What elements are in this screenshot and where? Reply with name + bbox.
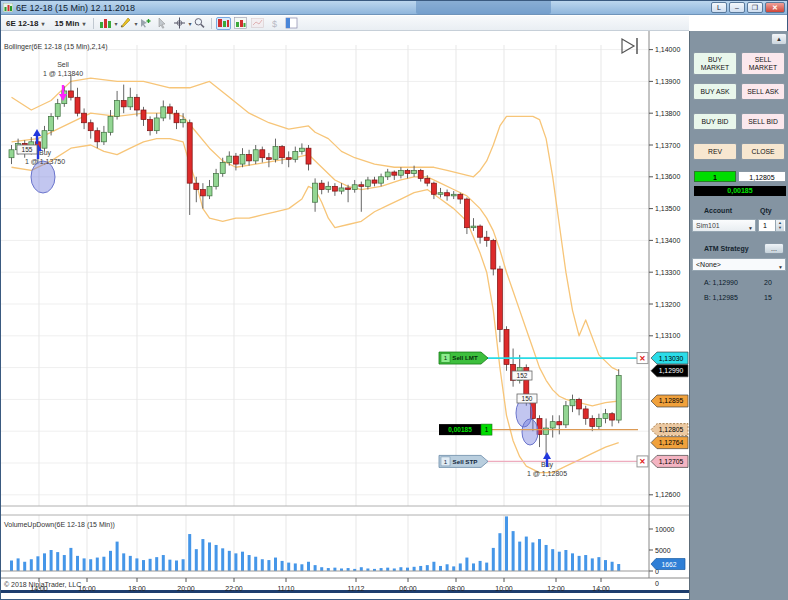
volume-bar bbox=[155, 557, 158, 571]
auto-scroll-marker-icon[interactable] bbox=[622, 38, 637, 54]
price-tick-label: 1,13100 bbox=[655, 332, 680, 339]
time-tick-label: 08:00 bbox=[447, 585, 465, 592]
volume-bar bbox=[135, 558, 138, 571]
instrument-selector[interactable]: 6E 12-18 ▾ bbox=[1, 17, 49, 30]
cancel-order-button[interactable]: ✕ bbox=[637, 456, 648, 467]
atm-strategy-select[interactable]: <None> ▼ bbox=[692, 258, 786, 271]
volume-bar bbox=[597, 557, 600, 571]
candle bbox=[616, 376, 621, 421]
price-tag: 1,12990 bbox=[651, 365, 688, 377]
quantity-stepper[interactable]: 1 ▲▼ bbox=[758, 219, 786, 232]
candle bbox=[392, 172, 397, 175]
account-select[interactable]: Sim101 ▼ bbox=[692, 219, 756, 232]
volume-bar bbox=[287, 563, 290, 571]
buy-ask-button[interactable]: BUY ASK bbox=[693, 83, 737, 100]
candle bbox=[115, 100, 120, 116]
volume-bar bbox=[426, 565, 429, 571]
chart-style-icon[interactable] bbox=[98, 17, 113, 30]
svg-text:1,12895: 1,12895 bbox=[659, 397, 684, 404]
candle bbox=[563, 406, 568, 425]
volume-bar bbox=[584, 555, 587, 571]
volume-bar bbox=[439, 566, 442, 571]
bid-price: B: 1,12985 bbox=[704, 294, 738, 301]
cancel-order-button[interactable]: ✕ bbox=[637, 353, 648, 364]
dollar-icon[interactable]: $ bbox=[267, 17, 282, 30]
chart-plot[interactable]: 1Sell LMT0,0018511Sell STPSell1 @ 1,1384… bbox=[1, 31, 689, 593]
sell-bid-button[interactable]: SELL BID bbox=[741, 113, 785, 130]
volume-bar bbox=[30, 559, 33, 571]
volume-bar bbox=[188, 534, 191, 571]
close-position-button[interactable]: CLOSE bbox=[741, 143, 785, 160]
candle bbox=[88, 123, 93, 131]
volume-indicator-label: VolumeUpDown(6E 12-18 (15 Min)) bbox=[4, 521, 115, 529]
volume-bar bbox=[10, 561, 13, 572]
volume-bar bbox=[234, 553, 237, 571]
indicators-icon[interactable] bbox=[233, 17, 248, 30]
drawing-tools-icon[interactable] bbox=[118, 17, 133, 30]
time-tick-label: 11/12 bbox=[348, 585, 365, 592]
candle bbox=[445, 193, 450, 196]
bollinger-middle-band bbox=[12, 113, 619, 406]
candle bbox=[75, 97, 80, 113]
data-series-icon[interactable] bbox=[216, 17, 231, 30]
volume-bar bbox=[63, 555, 66, 571]
title-bar[interactable]: 6E 12-18 (15 Min) 12.11.2018 L – ❐ ✕ bbox=[1, 1, 787, 15]
price-tick-label: 1,13200 bbox=[655, 301, 680, 308]
zoom-icon[interactable] bbox=[192, 17, 207, 30]
volume-bar bbox=[518, 542, 521, 571]
account-label: Account bbox=[704, 207, 732, 214]
candle bbox=[603, 414, 608, 419]
buy-bid-button[interactable]: BUY BID bbox=[693, 113, 737, 130]
crosshair-icon[interactable] bbox=[172, 17, 187, 30]
maximize-button[interactable]: ❐ bbox=[747, 2, 763, 13]
atm-more-button[interactable]: ... bbox=[764, 243, 784, 254]
sell-ask-button[interactable]: SELL ASK bbox=[741, 83, 785, 100]
close-button[interactable]: ✕ bbox=[765, 2, 785, 13]
panel-scroll-up-button[interactable]: ▲ bbox=[771, 33, 787, 45]
candle bbox=[49, 116, 54, 130]
chevron-down-icon[interactable]: ▾ bbox=[134, 20, 137, 27]
volume-bar bbox=[611, 562, 614, 571]
candle bbox=[610, 414, 615, 420]
time-tick-label: 12:00 bbox=[547, 585, 565, 592]
volume-bar bbox=[96, 558, 99, 571]
stepper-arrows-icon[interactable]: ▲▼ bbox=[775, 220, 784, 231]
minimize-button[interactable]: – bbox=[729, 2, 745, 13]
candle bbox=[148, 120, 153, 131]
chevron-down-icon[interactable]: ▾ bbox=[114, 20, 117, 27]
last-volume-tag: 1662 bbox=[651, 559, 685, 570]
instrument-link-button[interactable]: L bbox=[711, 2, 727, 13]
candle bbox=[372, 180, 377, 183]
snapshot-icon[interactable] bbox=[250, 17, 265, 30]
candle bbox=[220, 162, 225, 173]
volume-bar bbox=[512, 531, 515, 571]
reverse-button[interactable]: REV bbox=[693, 143, 737, 160]
instrument-selector-label: 6E 12-18 bbox=[6, 19, 38, 28]
chevron-down-icon[interactable]: ▾ bbox=[188, 20, 191, 27]
svg-text:150: 150 bbox=[522, 395, 533, 402]
volume-bar bbox=[89, 559, 92, 571]
limit-order-line[interactable]: 1Sell LMT bbox=[439, 352, 638, 364]
chart-area[interactable]: 1Sell LMT0,0018511Sell STPSell1 @ 1,1384… bbox=[1, 31, 689, 593]
volume-bar bbox=[69, 548, 72, 571]
sell-market-button[interactable]: SELL MARKET bbox=[741, 52, 785, 75]
candle bbox=[412, 170, 417, 173]
volume-bar bbox=[591, 558, 594, 571]
chart-trader-panel-icon[interactable] bbox=[284, 17, 299, 30]
candle bbox=[431, 183, 436, 194]
volume-bar bbox=[201, 539, 204, 571]
pointer-icon[interactable] bbox=[155, 17, 170, 30]
volume-tick-label: 10000 bbox=[655, 526, 675, 533]
candle bbox=[484, 237, 489, 240]
bid-size: 15 bbox=[764, 294, 772, 301]
svg-text:✕: ✕ bbox=[639, 457, 645, 466]
volume-bar bbox=[446, 564, 449, 571]
candle bbox=[214, 174, 219, 187]
buy-market-button[interactable]: BUY MARKET bbox=[693, 52, 737, 75]
svg-text:1,12805: 1,12805 bbox=[659, 426, 684, 433]
candle bbox=[478, 226, 483, 237]
volume-bar bbox=[168, 560, 171, 571]
interval-selector[interactable]: 15 Min ▾ bbox=[49, 17, 90, 30]
stop-order-line[interactable]: 1Sell STP bbox=[439, 455, 638, 467]
add-marker-icon[interactable] bbox=[138, 17, 153, 30]
